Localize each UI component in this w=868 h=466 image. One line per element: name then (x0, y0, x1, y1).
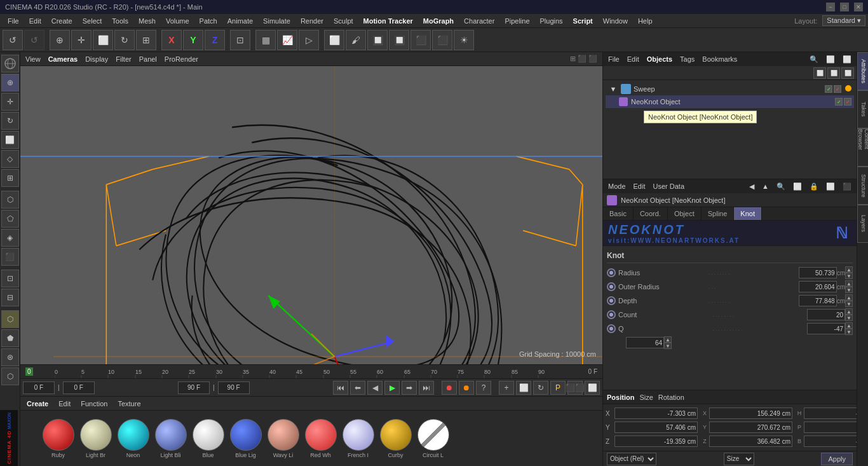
menu-motion-tracker[interactable]: Motion Tracker (358, 16, 418, 26)
vp-filter-menu[interactable]: Filter (113, 55, 133, 64)
param-q-radio[interactable] (607, 324, 616, 333)
param-outer-radius-input[interactable] (799, 281, 837, 292)
record-button[interactable]: ⏺ (442, 381, 457, 395)
select-tool-button[interactable]: ⊕ (50, 30, 70, 50)
param-count-radio[interactable] (607, 310, 616, 319)
cube-view-btn[interactable]: ⬜ (324, 30, 344, 50)
transport-max-frame[interactable] (178, 381, 210, 394)
om-edit-menu[interactable]: Edit (625, 55, 642, 64)
edge-tab-attributes[interactable]: Attributes (857, 52, 868, 90)
edge-tab-structure[interactable]: Structure (857, 167, 868, 205)
menu-create[interactable]: Create (46, 16, 78, 26)
om-item-sweep[interactable]: ▼ Sweep ✓ ✓ (606, 83, 854, 95)
am-tab-knot[interactable]: Knot (734, 207, 762, 220)
menu-animate[interactable]: Animate (222, 16, 258, 26)
y-axis-button[interactable]: Y (183, 30, 203, 50)
timeline-ruler[interactable]: 0 0 5 10 15 20 25 30 35 40 (20, 364, 602, 378)
om-btn3[interactable]: ⬜ (841, 67, 854, 79)
keyframe-dots-button[interactable]: ⬛⬛ (567, 381, 583, 395)
param-extra-down[interactable]: ▼ (664, 343, 672, 349)
menu-select[interactable]: Select (78, 16, 107, 26)
material-light-bli[interactable]: Light Bli (153, 419, 188, 458)
sidebar-mode8-btn[interactable]: ⬠ (1, 210, 19, 228)
om-bookmarks-menu[interactable]: Bookmarks (700, 55, 740, 64)
param-q-spinner[interactable]: ▲ ▼ (807, 322, 853, 335)
om-btn1[interactable]: ⬜ (813, 67, 826, 79)
coord-size-tab[interactable]: Size (639, 394, 653, 401)
om-item-neoknot[interactable]: NeoKnot Object ✓ ✓ (606, 95, 854, 108)
am-user-data-menu[interactable]: User Data (651, 182, 688, 191)
sweep-check2[interactable]: ✓ (834, 85, 841, 93)
object-axis-button[interactable]: ⊡ (230, 30, 250, 50)
menu-window[interactable]: Window (598, 16, 633, 26)
vp-view-menu[interactable]: View (23, 55, 43, 64)
sidebar-mode16-btn[interactable]: ⬡ (1, 367, 19, 385)
play-reverse-button[interactable]: ◀ (367, 381, 383, 395)
x-axis-button[interactable]: X (161, 30, 182, 50)
layout-selector[interactable]: Standard ▾ (822, 15, 865, 26)
transport-current-frame[interactable] (63, 381, 95, 394)
neoknot-check1[interactable]: ✓ (835, 98, 843, 106)
am-tab-coord[interactable]: Coord. (634, 207, 668, 220)
coord-y-input[interactable] (614, 421, 698, 433)
menu-tools[interactable]: Tools (107, 16, 133, 26)
menu-character[interactable]: Character (459, 16, 499, 26)
am-icon3[interactable]: 🔍 (774, 182, 788, 191)
menu-pipeline[interactable]: Pipeline (499, 16, 534, 26)
viewport[interactable]: Perspective (20, 66, 602, 364)
material-light-br[interactable]: Light Br (78, 419, 113, 458)
am-tab-basic[interactable]: Basic (603, 207, 634, 220)
close-button[interactable]: ✕ (854, 3, 863, 11)
param-q-input[interactable] (807, 323, 845, 334)
coord-sy-input[interactable] (709, 421, 792, 433)
step-forward-button[interactable]: ➡ (402, 381, 417, 395)
am-icon2[interactable]: ▲ (759, 182, 771, 191)
edge-tab-content-browser[interactable]: Content Browser (857, 128, 868, 167)
menu-edit[interactable]: Edit (24, 16, 46, 26)
coord-sx-input[interactable] (709, 408, 792, 419)
menu-sculpt[interactable]: Sculpt (329, 16, 358, 26)
menu-patch[interactable]: Patch (194, 16, 222, 26)
sidebar-mode11-btn[interactable]: ⊡ (1, 270, 19, 287)
vp-display-menu[interactable]: Display (83, 55, 111, 64)
sweep-collapse-icon[interactable]: ▼ (608, 84, 618, 94)
param-radius-input[interactable] (799, 267, 837, 278)
snap-btn[interactable]: 🔲 (389, 30, 409, 50)
undo-button[interactable]: ↺ (3, 30, 23, 50)
redo-button[interactable]: ↺ (24, 30, 44, 50)
material-french[interactable]: French I (341, 419, 376, 458)
sidebar-mode3-btn[interactable]: ↻ (1, 112, 19, 130)
timeline-track[interactable]: 0 5 10 15 20 25 30 35 40 45 50 55 60 65 (55, 366, 568, 378)
material-neon[interactable]: Neon (116, 419, 151, 458)
keyframe-sel-button[interactable]: ↻ (533, 381, 548, 395)
vp-prorender-menu[interactable]: ProRender (162, 55, 201, 64)
menu-plugins[interactable]: Plugins (535, 16, 568, 26)
om-tags-menu[interactable]: Tags (677, 55, 697, 64)
param-radius-up[interactable]: ▲ (845, 266, 853, 273)
material-curby[interactable]: Curby (378, 419, 413, 458)
sidebar-mode14-btn[interactable]: ⬟ (1, 329, 19, 347)
play-button[interactable]: ▶ (384, 381, 400, 395)
edge-tab-takes[interactable]: Takes (857, 90, 868, 128)
om-btn2[interactable]: ⬜ (827, 67, 840, 79)
menu-simulate[interactable]: Simulate (258, 16, 295, 26)
om-icon1[interactable]: ⬜ (824, 55, 837, 64)
rotate-tool-button[interactable]: ↻ (114, 30, 135, 50)
param-radius-spinner[interactable]: cm ▲ ▼ (799, 266, 853, 279)
coord-rotation-tab[interactable]: Rotation (658, 394, 684, 401)
viewport-btn[interactable]: ⬛ (410, 30, 431, 50)
am-icon7[interactable]: ⬛ (840, 182, 854, 191)
am-icon1[interactable]: ◀ (747, 182, 757, 191)
go-end-button[interactable]: ⏭ (419, 381, 434, 395)
sidebar-mode2-btn[interactable]: ✛ (1, 93, 19, 111)
go-start-button[interactable]: ⏮ (333, 381, 348, 395)
vp-panel-menu[interactable]: Panel (137, 55, 159, 64)
param-q-down[interactable]: ▼ (845, 329, 853, 335)
grid-btn[interactable]: ⬛ (432, 30, 452, 50)
apply-button[interactable]: Apply (821, 453, 853, 465)
param-depth-radio[interactable] (607, 296, 616, 305)
om-file-menu[interactable]: File (606, 55, 622, 64)
menu-render[interactable]: Render (295, 16, 329, 26)
sidebar-mode5-btn[interactable]: ◇ (1, 150, 19, 168)
keyframe-snap-button[interactable]: P (550, 381, 566, 395)
